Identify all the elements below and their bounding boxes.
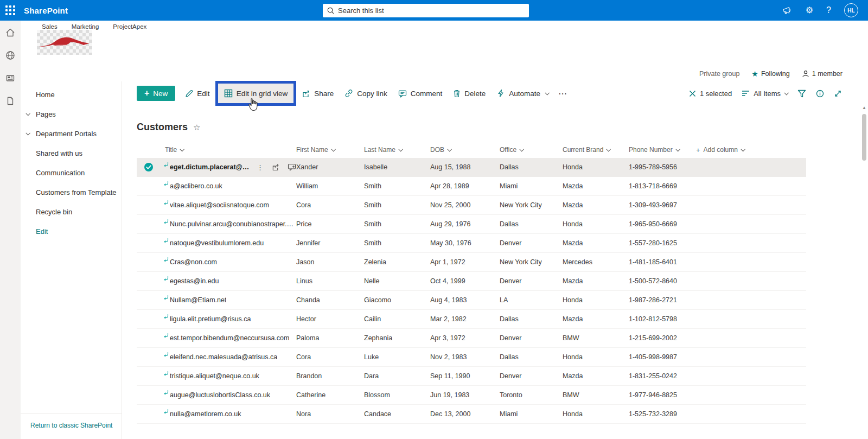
table-row[interactable]: vitae.aliquet@sociisnatoque.com ⋮ Cora S… <box>137 196 806 215</box>
sidebar-item[interactable]: Shared with us <box>21 143 122 163</box>
first-name-cell: Nora <box>296 410 364 418</box>
row-selected-check-icon[interactable] <box>144 162 154 172</box>
table-row[interactable]: Cras@non.com ⋮ Jason Zelenia Apr 1, 1972… <box>137 253 806 272</box>
column-header-last-name[interactable]: Last Name <box>364 146 430 154</box>
account-avatar[interactable]: HL <box>844 3 858 17</box>
privacy-label: Private group <box>699 70 739 78</box>
table-row[interactable]: tristique.aliquet@neque.co.uk ⋮ Brandon … <box>137 367 806 386</box>
view-selector[interactable]: All Items <box>742 90 788 98</box>
globe-icon[interactable] <box>5 50 16 61</box>
scrollbar-thumb[interactable] <box>862 114 866 161</box>
nav-items: Home Pages Department Portals Shared wit… <box>21 85 122 241</box>
site-logo[interactable] <box>37 30 92 55</box>
chevron-down-icon[interactable] <box>25 111 30 116</box>
help-icon[interactable]: ? <box>826 6 831 15</box>
sidebar-item-label: Edit <box>36 227 48 236</box>
sidebar-item[interactable]: Edit <box>21 221 122 241</box>
title-cell-link[interactable]: Nunc.pulvinar.arcu@conubianostraper.edu <box>170 220 296 228</box>
clear-selection-button[interactable]: 1 selected <box>689 90 732 98</box>
chevron-down-icon[interactable] <box>25 131 30 135</box>
dob-cell: Apr 1, 1972 <box>430 258 500 266</box>
edit-button[interactable]: Edit <box>180 85 215 102</box>
filter-button[interactable] <box>797 90 806 98</box>
sidebar-item[interactable]: Customers from Template <box>21 182 122 202</box>
title-cell-link[interactable]: augue@luctuslobortisClass.co.uk <box>170 391 270 399</box>
table-row[interactable]: augue@luctuslobortisClass.co.uk ⋮ Cather… <box>137 386 806 405</box>
list-title-row: Customers ☆ <box>122 105 868 133</box>
news-icon[interactable] <box>5 73 16 84</box>
add-column-button[interactable]: + Add column <box>696 146 806 154</box>
phone-number-cell: 1-831-255-0242 <box>629 372 696 380</box>
delete-button[interactable]: Delete <box>448 85 491 102</box>
title-cell-link[interactable]: nulla@ametlorem.co.uk <box>170 410 241 418</box>
automate-button[interactable]: Automate <box>491 85 554 102</box>
row-more-actions-icon[interactable]: ⋮ <box>257 163 264 171</box>
table-row[interactable]: Nunc.pulvinar.arcu@conubianostraper.edu … <box>137 215 806 234</box>
table-row[interactable]: nulla@ametlorem.co.uk ⋮ Nora Candace Dec… <box>137 405 806 424</box>
column-header-current-brand[interactable]: Current Brand <box>563 146 629 154</box>
hub-tab-sales[interactable]: Sales <box>42 23 58 30</box>
settings-gear-icon[interactable]: ⚙ <box>806 6 813 15</box>
title-cell-link[interactable]: Nullam@Etiam.net <box>170 296 226 304</box>
hub-tab-marketing[interactable]: Marketing <box>72 23 99 30</box>
title-cell-link[interactable]: est.tempor.bibendum@neccursusa.com <box>170 334 289 342</box>
sidebar-item[interactable]: Department Portals <box>21 124 122 143</box>
comment-button[interactable]: Comment <box>393 85 448 102</box>
copy-link-button[interactable]: Copy link <box>339 85 393 102</box>
document-icon[interactable] <box>5 96 16 106</box>
hub-tab-projectapex[interactable]: ProjectApex <box>113 23 146 30</box>
title-cell-link[interactable]: eleifend.nec.malesuada@atrisus.ca <box>170 353 277 361</box>
column-header-office[interactable]: Office <box>500 146 563 154</box>
fullscreen-button[interactable] <box>834 90 842 98</box>
members-label: 1 member <box>812 70 843 78</box>
search-input[interactable] <box>338 7 525 15</box>
table-row[interactable]: natoque@vestibulumlorem.edu ⋮ Jennifer S… <box>137 234 806 253</box>
following-button[interactable]: ★ Following <box>751 69 789 78</box>
home-icon[interactable] <box>5 27 16 38</box>
app-launcher-waffle-icon[interactable] <box>0 0 21 21</box>
table-row[interactable]: a@aclibero.co.uk ⋮ William Smith Apr 28,… <box>137 177 806 196</box>
title-cell-link[interactable]: natoque@vestibulumlorem.edu <box>170 239 264 247</box>
table-row[interactable]: est.tempor.bibendum@neccursusa.com ⋮ Pal… <box>137 329 806 348</box>
title-cell-link[interactable]: egestas@in.edu <box>170 277 219 285</box>
vertical-scrollbar[interactable]: ▲ <box>860 104 868 439</box>
favorite-star-icon[interactable]: ☆ <box>193 123 200 132</box>
column-header-phone-number[interactable]: Phone Number <box>629 146 696 154</box>
close-icon <box>689 90 696 97</box>
table-row[interactable]: eleifend.nec.malesuada@atrisus.ca ⋮ Cora… <box>137 348 806 367</box>
scroll-up-arrow-icon[interactable]: ▲ <box>862 105 866 110</box>
sidebar-item[interactable]: Home <box>21 85 122 104</box>
title-cell-link[interactable]: Cras@non.com <box>170 258 217 266</box>
sidebar-item[interactable]: Recycle bin <box>21 202 122 221</box>
return-to-classic-link[interactable]: Return to classic SharePoint <box>21 413 122 429</box>
title-cell-link[interactable]: vitae.aliquet@sociisnatoque.com <box>170 201 269 209</box>
new-button[interactable]: + New <box>137 86 175 101</box>
row-comment-icon[interactable] <box>288 163 296 171</box>
title-cell-link[interactable]: a@aclibero.co.uk <box>170 182 222 190</box>
title-cell-link[interactable]: ligula.elit.pretium@risus.ca <box>170 315 251 323</box>
row-share-icon[interactable] <box>271 163 280 171</box>
table-row[interactable]: eget.dictum.placerat@m... ⋮ Xander Isabe… <box>137 158 806 177</box>
column-label: Office <box>500 146 516 154</box>
search-box[interactable] <box>323 4 529 17</box>
overflow-menu-icon[interactable]: ⋯ <box>554 88 572 99</box>
table-row[interactable]: ligula.elit.pretium@risus.ca ⋮ Hector Ca… <box>137 310 806 329</box>
sidebar-item-label: Pages <box>36 110 56 118</box>
info-button[interactable] <box>816 90 824 98</box>
table-row[interactable]: egestas@in.edu ⋮ Linus Nelle Oct 4, 1999… <box>137 272 806 291</box>
column-header-dob[interactable]: DOB <box>430 146 500 154</box>
edit-in-grid-view-button[interactable]: Edit in grid view <box>215 81 297 106</box>
title-cell-link[interactable]: tristique.aliquet@neque.co.uk <box>170 372 259 380</box>
column-header-title[interactable]: Title <box>161 146 296 154</box>
sidebar-item[interactable]: Communication <box>21 163 122 182</box>
share-button-label: Share <box>314 90 334 98</box>
dob-cell: Oct 4, 1999 <box>430 277 500 285</box>
title-cell-link[interactable]: eget.dictum.placerat@m... <box>170 163 251 171</box>
megaphone-icon[interactable] <box>782 7 793 15</box>
column-header-first-name[interactable]: First Name <box>296 146 364 154</box>
sidebar-item-label: Department Portals <box>36 130 97 138</box>
sidebar-item[interactable]: Pages <box>21 104 122 124</box>
share-button[interactable]: Share <box>296 85 339 102</box>
table-row[interactable]: Nullam@Etiam.net ⋮ Chanda Giacomo Aug 4,… <box>137 291 806 310</box>
members-button[interactable]: 1 member <box>802 70 843 78</box>
